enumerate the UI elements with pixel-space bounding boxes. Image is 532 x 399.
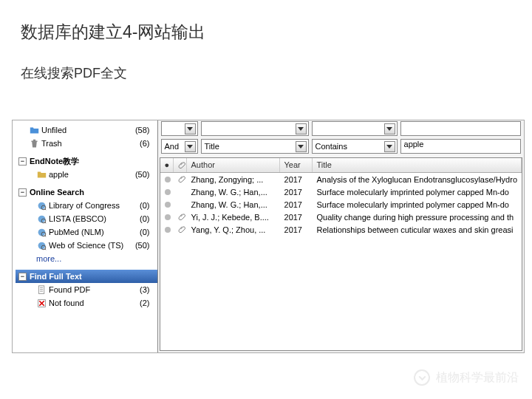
search-op-select[interactable]	[161, 121, 198, 136]
sidebar-item-wos[interactable]: Web of Science (TS) (50)	[16, 239, 157, 252]
paperclip-icon	[178, 213, 186, 222]
col-author[interactable]: Author	[187, 158, 280, 172]
sidebar-item-unfiled[interactable]: Unfiled (58)	[16, 123, 157, 137]
cell-author: Zhang, W. G.; Han,...	[187, 200, 280, 209]
sidebar-count: (3)	[140, 285, 154, 294]
main-pane: And Title Contains apple ● Author Year T…	[158, 120, 524, 352]
sidebar-item-trash[interactable]: Trash (6)	[16, 137, 157, 150]
search-value-input[interactable]	[400, 121, 521, 136]
folder-icon	[29, 125, 39, 135]
globe-icon	[36, 240, 47, 250]
sidebar-label: Found PDF	[49, 285, 140, 294]
chevron-down-icon	[185, 123, 196, 134]
cell-year: 2017	[280, 213, 313, 222]
cell-year: 2017	[280, 188, 313, 197]
search-op-select[interactable]: And	[161, 139, 198, 154]
group-online-search[interactable]: − Online Search	[16, 185, 157, 199]
sidebar-label: Not found	[49, 299, 140, 307]
chevron-down-icon	[185, 141, 196, 152]
read-dot	[160, 175, 174, 184]
group-label: EndNote教学	[30, 156, 154, 167]
col-read[interactable]: ●	[160, 158, 174, 172]
search-row-0	[161, 120, 521, 137]
search-field-select[interactable]: Title	[201, 139, 309, 154]
collapse-icon[interactable]: −	[18, 188, 27, 197]
group-find-full-text[interactable]: − Find Full Text	[16, 270, 157, 283]
cell-title: Relationships between cuticular waxes an…	[313, 225, 522, 234]
search-value-input[interactable]: apple	[400, 139, 521, 154]
watermark: 植物科学最前沿	[414, 369, 519, 386]
folder-icon	[36, 169, 47, 180]
read-dot	[160, 213, 174, 222]
sidebar-count: (50)	[135, 241, 154, 250]
globe-icon	[36, 227, 47, 237]
sidebar-count: (0)	[140, 201, 154, 210]
sidebar-item-pubmed[interactable]: PubMed (NLM) (0)	[16, 225, 157, 239]
sidebar: Unfiled (58) Trash (6) − EndNote教学 apple…	[13, 120, 158, 352]
globe-icon	[36, 214, 47, 224]
sidebar-item-lista[interactable]: LISTA (EBSCO) (0)	[16, 212, 157, 225]
sidebar-label: PubMed (NLM)	[49, 228, 140, 236]
cell-author: Yi, J. J.; Kebede, B....	[187, 213, 280, 222]
cell-title: Quality change during high pressure proc…	[313, 213, 522, 222]
sidebar-item-loc[interactable]: Library of Congress (0)	[16, 199, 157, 212]
globe-icon	[36, 200, 47, 211]
cell-author: Yang, Y. Q.; Zhou, ...	[187, 225, 280, 234]
nav-tree: Unfiled (58) Trash (6) − EndNote教学 apple…	[13, 120, 157, 310]
cell-year: 2017	[280, 200, 313, 209]
page-icon	[36, 284, 47, 295]
x-icon	[36, 298, 47, 308]
collapse-icon[interactable]: −	[18, 157, 27, 166]
cell-title: Surface molecularly imprinted polymer ca…	[313, 188, 522, 197]
cell-title: Analysis of the Xyloglucan Endotransgluc…	[313, 175, 522, 184]
paperclip-icon	[178, 161, 186, 170]
endnote-window: Unfiled (58) Trash (6) − EndNote教学 apple…	[12, 120, 525, 353]
cell-year: 2017	[280, 225, 313, 234]
chevron-down-icon	[384, 123, 395, 134]
svg-line-2	[44, 208, 46, 210]
table-row[interactable]: Yi, J. J.; Kebede, B....2017Quality chan…	[160, 211, 522, 223]
table-row[interactable]: Yang, Y. Q.; Zhou, ...2017Relationships …	[160, 223, 522, 236]
cell-year: 2017	[280, 175, 313, 184]
watermark-text: 植物科学最前沿	[436, 370, 519, 386]
chevron-down-icon	[384, 141, 395, 152]
cell-title: Surface molecularly imprinted polymer ca…	[313, 200, 522, 209]
paperclip-icon	[178, 175, 186, 184]
sidebar-label: more...	[36, 254, 154, 263]
sidebar-label: Web of Science (TS)	[49, 241, 135, 250]
results-body: Zhang, Zongying; ...2017Analysis of the …	[160, 173, 522, 236]
slide-subtitle: 在线搜索PDF全文	[0, 44, 532, 82]
sidebar-count: (6)	[140, 139, 154, 148]
group-endnote[interactable]: − EndNote教学	[16, 154, 157, 168]
search-cond-select[interactable]	[312, 121, 398, 136]
read-dot	[160, 200, 174, 209]
col-year[interactable]: Year	[280, 158, 313, 172]
collapse-icon[interactable]: −	[18, 273, 27, 281]
sidebar-count: (2)	[140, 299, 154, 307]
sidebar-count: (0)	[140, 214, 154, 223]
table-row[interactable]: Zhang, W. G.; Han,...2017Surface molecul…	[160, 198, 522, 211]
sidebar-item-found-pdf[interactable]: Found PDF (3)	[16, 283, 157, 296]
table-row[interactable]: Zhang, W. G.; Han,...2017Surface molecul…	[160, 185, 522, 198]
sidebar-item-more[interactable]: more...	[16, 252, 157, 265]
chevron-down-icon	[296, 123, 307, 134]
read-dot	[160, 188, 174, 197]
col-attach[interactable]	[174, 158, 187, 172]
results-grid: ● Author Year Title Zhang, Zongying; ...…	[160, 157, 522, 351]
sidebar-item-apple[interactable]: apple (50)	[16, 168, 157, 181]
search-cond-select[interactable]: Contains	[312, 139, 398, 154]
search-field-select[interactable]	[201, 121, 309, 136]
sidebar-item-not-found[interactable]: Not found (2)	[16, 296, 157, 310]
col-title[interactable]: Title	[313, 158, 522, 172]
attach-cell	[174, 225, 187, 234]
cell-author: Zhang, Zongying; ...	[187, 175, 280, 184]
sidebar-count: (58)	[135, 126, 154, 134]
sidebar-count: (50)	[135, 170, 154, 179]
sidebar-count: (0)	[140, 228, 154, 236]
table-row[interactable]: Zhang, Zongying; ...2017Analysis of the …	[160, 173, 522, 185]
slide-title: 数据库的建立4-网站输出	[0, 0, 532, 44]
sidebar-label: apple	[49, 170, 135, 179]
group-label: Find Full Text	[30, 272, 154, 281]
sidebar-label: Unfiled	[41, 126, 135, 134]
trash-icon	[29, 138, 39, 149]
